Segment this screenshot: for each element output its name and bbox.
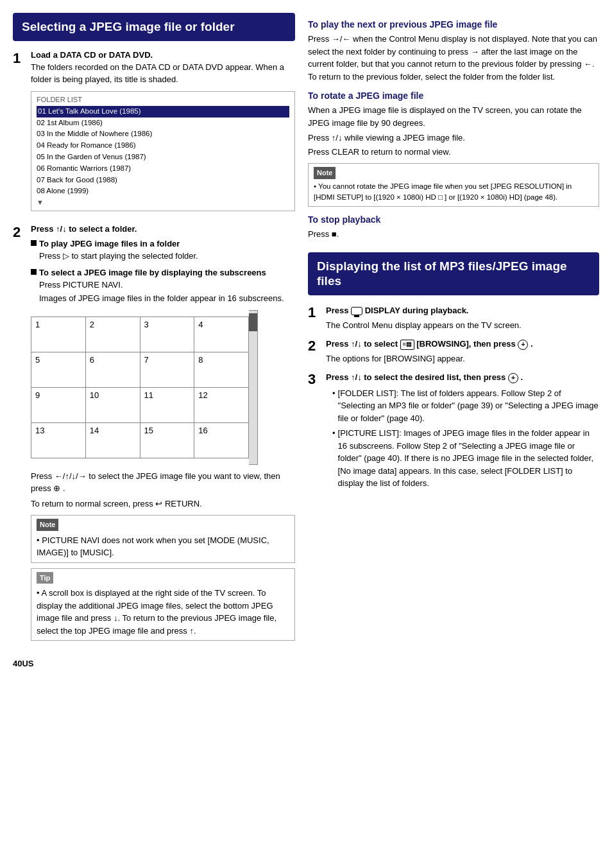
subsec-rotate-body1: When a JPEG image file is displayed on t… xyxy=(308,104,599,129)
grid-row-2: 5 6 7 8 xyxy=(31,352,249,387)
step-2-heading: Press ↑/↓ to select a folder. xyxy=(31,224,137,234)
folder-item-3[interactable]: 03 In the Middle of Nowhere (1986) xyxy=(37,128,289,140)
black-square-icon-2 xyxy=(31,269,37,275)
subsec-rotate-title: To rotate a JPEG image file xyxy=(308,91,599,101)
subsec-next-prev-body: Press →/← when the Control Menu display … xyxy=(308,33,599,83)
sub-step-select-file: To select a JPEG image file by displayin… xyxy=(31,268,295,305)
right-step-3-heading: Press ↑/↓ to select the desired list, th… xyxy=(326,371,599,384)
grid-cell-5: 5 xyxy=(31,352,86,387)
right-step-2: 2 Press ↑/↓ to select ≡▤ [BROWSING], the… xyxy=(308,338,599,365)
subsec-next-prev-title: To play the next or previous JPEG image … xyxy=(308,19,599,30)
grid-cell-11: 11 xyxy=(140,387,194,422)
tip-text-1: • A scroll box is displayed at the right… xyxy=(37,587,289,637)
right-step-2-num: 2 xyxy=(308,338,321,365)
grid-cell-9: 9 xyxy=(31,387,86,422)
right-column: To play the next or previous JPEG image … xyxy=(308,13,599,855)
note-box-1: Note • PICTURE NAVI does not work when y… xyxy=(31,515,295,563)
bullet-dot-2: • xyxy=(332,427,336,490)
sub-step-select-body1: Press PICTURE NAVI. xyxy=(39,279,295,291)
page-number: 40US xyxy=(13,659,295,668)
right-step-1-num: 1 xyxy=(308,304,321,331)
right-step-1-body: The Control Menu display appears on the … xyxy=(326,319,599,332)
bullet-dot-1: • xyxy=(332,387,336,425)
right-step-2-body: The options for [BROWSING] appear. xyxy=(326,352,599,365)
bullet-2: • [PICTURE LIST]: Images of JPEG image f… xyxy=(332,427,599,490)
folder-item-8[interactable]: 08 Alone (1999) xyxy=(37,186,289,197)
folder-item-2[interactable]: 02 1st Album (1986) xyxy=(37,117,289,129)
grid-cell-14: 14 xyxy=(85,422,140,458)
grid-row-4: 13 14 15 16 xyxy=(31,422,249,458)
grid-container: 1 2 3 4 5 6 7 8 xyxy=(31,310,295,465)
image-grid: 1 2 3 4 5 6 7 8 xyxy=(31,317,249,458)
step-2: 2 Press ↑/↓ to select a folder. To play … xyxy=(13,224,295,646)
right-step-2-content: Press ↑/↓ to select ≡▤ [BROWSING], then … xyxy=(326,338,599,365)
right-step-1: 1 Press DISPLAY during playback. The Con… xyxy=(308,304,599,331)
left-column: Selecting a JPEG image file or folder 1 … xyxy=(13,13,295,855)
right-step-3-content: Press ↑/↓ to select the desired list, th… xyxy=(326,371,599,492)
grid-caption-2: To return to normal screen, press ↩ RETU… xyxy=(31,498,295,510)
grid-cell-13: 13 xyxy=(31,422,86,458)
folder-item-5[interactable]: 05 In the Garden of Venus (1987) xyxy=(37,152,289,163)
bullet-text-1: [FOLDER LIST]: The list of folders appea… xyxy=(338,387,599,425)
subsec-stop: To stop playback Press ■. xyxy=(308,214,599,241)
sub-step-select-label: To select a JPEG image file by displayin… xyxy=(31,268,295,277)
sub-step-play-body: Press ▷ to start playing the selected fo… xyxy=(39,250,295,263)
grid-row-3: 9 10 11 12 xyxy=(31,387,249,422)
subsec-rotate: To rotate a JPEG image file When a JPEG … xyxy=(308,91,599,207)
step-1-heading: Load a DATA CD or DATA DVD. xyxy=(31,50,153,60)
grid-cell-12: 12 xyxy=(194,387,249,422)
subsec-stop-body: Press ■. xyxy=(308,228,599,241)
sub-step-select-body2: Images of JPEG image files in the folder… xyxy=(39,292,295,305)
folder-item-1[interactable]: 01 Let's Talk About Love (1985) xyxy=(37,106,289,117)
subsec-stop-title: To stop playback xyxy=(308,214,599,225)
grid-cell-1: 1 xyxy=(31,317,86,352)
note-label-1: Note xyxy=(37,519,58,531)
browsing-icon: ≡▤ xyxy=(400,340,414,350)
sub-step-play-folder: To play JPEG image files in a folder Pre… xyxy=(31,239,295,263)
grid-cell-4: 4 xyxy=(194,317,249,352)
folder-item-6[interactable]: 06 Romantic Warriors (1987) xyxy=(37,163,289,175)
tip-label-1: Tip xyxy=(37,572,53,584)
right-step-2-heading: Press ↑/↓ to select ≡▤ [BROWSING], then … xyxy=(326,338,599,351)
subsec-rotate-body2: Press ↑/↓ while viewing a JPEG image fil… xyxy=(308,132,599,144)
note-box-2: Note • You cannot rotate the JPEG image … xyxy=(308,163,599,207)
grid-cell-7: 7 xyxy=(140,352,194,387)
step-2-content: Press ↑/↓ to select a folder. To play JP… xyxy=(31,224,295,646)
display-button-icon xyxy=(351,307,362,315)
step-1-body: The folders recorded on the DATA CD or D… xyxy=(31,61,295,86)
step-1-content: Load a DATA CD or DATA DVD. The folders … xyxy=(31,50,295,218)
scroll-indicator: ▼ xyxy=(37,198,44,206)
grid-caption-1: Press ←/↑/↓/→ to select the JPEG image f… xyxy=(31,470,295,495)
subsec-next-prev: To play the next or previous JPEG image … xyxy=(308,19,599,83)
section-header-2: Displaying the list of MP3 files/JPEG im… xyxy=(308,252,599,296)
right-step-3: 3 Press ↑/↓ to select the desired list, … xyxy=(308,371,599,492)
right-step-1-heading: Press DISPLAY during playback. xyxy=(326,304,599,317)
main-title-2: Displaying the list of MP3 files/JPEG im… xyxy=(317,259,590,290)
grid-cell-10: 10 xyxy=(85,387,140,422)
step-1: 1 Load a DATA CD or DATA DVD. The folder… xyxy=(13,50,295,218)
page: Selecting a JPEG image file or folder 1 … xyxy=(0,0,612,868)
grid-cell-6: 6 xyxy=(85,352,140,387)
step-2-number: 2 xyxy=(13,224,26,646)
grid-cell-3: 3 xyxy=(140,317,194,352)
main-title: Selecting a JPEG image file or folder xyxy=(22,19,286,35)
note-label-2: Note xyxy=(314,167,336,179)
folder-item-7[interactable]: 07 Back for Good (1988) xyxy=(37,175,289,186)
grid-cell-2: 2 xyxy=(85,317,140,352)
grid-row-1: 1 2 3 4 xyxy=(31,317,249,352)
right-step-3-num: 3 xyxy=(308,371,321,492)
folder-item-4[interactable]: 04 Ready for Romance (1986) xyxy=(37,140,289,152)
grid-cell-16: 16 xyxy=(194,422,249,458)
note-text-1: • PICTURE NAVI does not work when you se… xyxy=(37,534,289,559)
bullet-1: • [FOLDER LIST]: The list of folders app… xyxy=(332,387,599,425)
scrollbar[interactable] xyxy=(249,310,258,465)
right-step-1-content: Press DISPLAY during playback. The Contr… xyxy=(326,304,599,331)
note-text-2: • You cannot rotate the JPEG image file … xyxy=(314,181,593,204)
black-square-icon xyxy=(31,240,37,246)
scrollbar-thumb[interactable] xyxy=(249,313,257,331)
circle-plus-icon-2: + xyxy=(518,340,528,350)
folder-list-title: FOLDER LIST xyxy=(37,96,289,103)
grid-cell-15: 15 xyxy=(140,422,194,458)
sub-step-play-label: To play JPEG image files in a folder xyxy=(31,239,295,248)
circle-plus-icon-3: + xyxy=(508,373,518,383)
